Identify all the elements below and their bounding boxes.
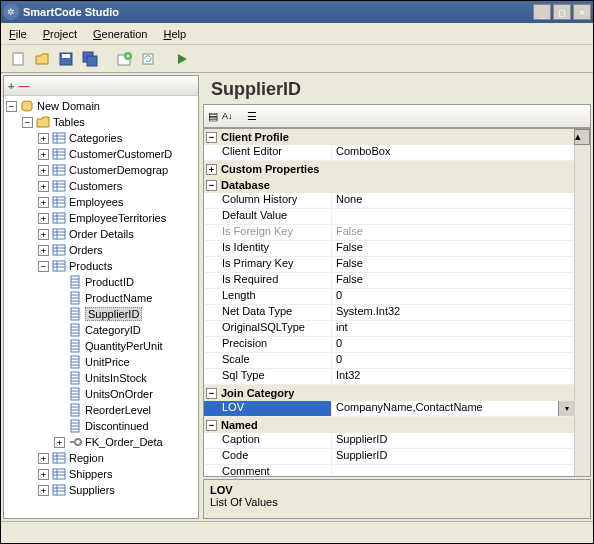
tree-label[interactable]: Discontinued bbox=[85, 420, 149, 432]
scrollbar[interactable]: ▴ bbox=[574, 129, 590, 476]
tree-label[interactable]: ProductName bbox=[85, 292, 152, 304]
tree-label[interactable]: Region bbox=[69, 452, 104, 464]
tree-label[interactable]: SupplierID bbox=[85, 307, 142, 321]
menu-generation[interactable]: Generation bbox=[93, 28, 147, 40]
category-database[interactable]: −Database bbox=[204, 177, 574, 193]
prop-default-value[interactable]: Default Value bbox=[204, 209, 574, 225]
category-custom-properties[interactable]: +Custom Properties bbox=[204, 161, 574, 177]
expand-icon[interactable]: − bbox=[6, 101, 17, 112]
expand-icon[interactable]: + bbox=[38, 453, 49, 464]
expand-icon[interactable]: + bbox=[38, 149, 49, 160]
sort-az-icon[interactable]: A↓ bbox=[222, 111, 233, 121]
tree-view[interactable]: −New Domain−Tables+Categories+CustomerCu… bbox=[4, 96, 198, 518]
remove-node-icon[interactable]: — bbox=[18, 80, 29, 92]
menu-help[interactable]: Help bbox=[163, 28, 186, 40]
tree-col-unitprice[interactable]: UnitPrice bbox=[6, 354, 196, 370]
props-page-icon[interactable]: ☰ bbox=[247, 110, 257, 123]
add-button[interactable] bbox=[113, 48, 135, 70]
prop-scale[interactable]: Scale0 bbox=[204, 353, 574, 369]
property-grid[interactable]: −Client Profile Client EditorComboBox +C… bbox=[203, 128, 591, 477]
prop-comment[interactable]: Comment bbox=[204, 465, 574, 477]
tree-root[interactable]: −New Domain bbox=[6, 98, 196, 114]
tree-table-employees[interactable]: +Employees bbox=[6, 194, 196, 210]
tree-label[interactable]: Products bbox=[69, 260, 112, 272]
tree-col-categoryid[interactable]: CategoryID bbox=[6, 322, 196, 338]
prop-sql-type[interactable]: Sql TypeInt32 bbox=[204, 369, 574, 385]
tree-col-reorderlevel[interactable]: ReorderLevel bbox=[6, 402, 196, 418]
tree-table-order details[interactable]: +Order Details bbox=[6, 226, 196, 242]
prop-is-identity[interactable]: Is IdentityFalse bbox=[204, 241, 574, 257]
prop-column-history[interactable]: Column HistoryNone bbox=[204, 193, 574, 209]
tree-label[interactable]: Employees bbox=[69, 196, 123, 208]
close-button[interactable]: × bbox=[573, 4, 591, 20]
tree-table-suppliers[interactable]: +Suppliers bbox=[6, 482, 196, 498]
expand-icon[interactable]: + bbox=[38, 181, 49, 192]
tree-label[interactable]: QuantityPerUnit bbox=[85, 340, 163, 352]
save-button[interactable] bbox=[55, 48, 77, 70]
tree-label[interactable]: EmployeeTerritories bbox=[69, 212, 166, 224]
tree-label[interactable]: Customers bbox=[69, 180, 122, 192]
prop-client-editor[interactable]: Client EditorComboBox bbox=[204, 145, 574, 161]
tree-label[interactable]: New Domain bbox=[37, 100, 100, 112]
expand-icon[interactable]: + bbox=[38, 485, 49, 496]
expand-icon[interactable]: + bbox=[38, 229, 49, 240]
prop-original-sql-type[interactable]: OriginalSQLTypeint bbox=[204, 321, 574, 337]
expand-icon[interactable]: − bbox=[38, 261, 49, 272]
maximize-button[interactable]: □ bbox=[553, 4, 571, 20]
tree-table-shippers[interactable]: +Shippers bbox=[6, 466, 196, 482]
open-button[interactable] bbox=[31, 48, 53, 70]
tree-table-employeeterritories[interactable]: +EmployeeTerritories bbox=[6, 210, 196, 226]
tree-label[interactable]: CategoryID bbox=[85, 324, 141, 336]
tree-label[interactable]: Shippers bbox=[69, 468, 112, 480]
prop-length[interactable]: Length0 bbox=[204, 289, 574, 305]
tree-label[interactable]: UnitsInStock bbox=[85, 372, 147, 384]
tree-col-quantityperunit[interactable]: QuantityPerUnit bbox=[6, 338, 196, 354]
prop-net-data-type[interactable]: Net Data TypeSystem.Int32 bbox=[204, 305, 574, 321]
tree-label[interactable]: FK_Order_Deta bbox=[85, 436, 163, 448]
minimize-button[interactable]: _ bbox=[533, 4, 551, 20]
tree-col-unitsonorder[interactable]: UnitsOnOrder bbox=[6, 386, 196, 402]
tree-col-productid[interactable]: ProductID bbox=[6, 274, 196, 290]
prop-is-primary-key[interactable]: Is Primary KeyFalse bbox=[204, 257, 574, 273]
tree-table-customers[interactable]: +Customers bbox=[6, 178, 196, 194]
tree-label[interactable]: CustomerCustomerD bbox=[69, 148, 172, 160]
prop-caption[interactable]: CaptionSupplierID bbox=[204, 433, 574, 449]
prop-code[interactable]: CodeSupplierID bbox=[204, 449, 574, 465]
prop-is-required[interactable]: Is RequiredFalse bbox=[204, 273, 574, 289]
tree-label[interactable]: Order Details bbox=[69, 228, 134, 240]
tree-label[interactable]: Suppliers bbox=[69, 484, 115, 496]
scroll-up-icon[interactable]: ▴ bbox=[574, 129, 590, 145]
tree-label[interactable]: CustomerDemograp bbox=[69, 164, 168, 176]
categorized-icon[interactable]: ▤ bbox=[208, 110, 218, 123]
tree-col-supplierid[interactable]: SupplierID bbox=[6, 306, 196, 322]
tree-table-products[interactable]: −Products bbox=[6, 258, 196, 274]
expand-icon[interactable]: + bbox=[38, 197, 49, 208]
tree-label[interactable]: Tables bbox=[53, 116, 85, 128]
menu-project[interactable]: Project bbox=[43, 28, 77, 40]
saveall-button[interactable] bbox=[79, 48, 101, 70]
tree-table-customerdemograp[interactable]: +CustomerDemograp bbox=[6, 162, 196, 178]
expand-icon[interactable]: + bbox=[38, 213, 49, 224]
expand-icon[interactable]: + bbox=[38, 133, 49, 144]
refresh-button[interactable] bbox=[137, 48, 159, 70]
expand-icon[interactable]: + bbox=[38, 245, 49, 256]
tree-label[interactable]: UnitPrice bbox=[85, 356, 130, 368]
menu-file[interactable]: File bbox=[9, 28, 27, 40]
expand-icon[interactable]: + bbox=[38, 469, 49, 480]
tree-col-discontinued[interactable]: Discontinued bbox=[6, 418, 196, 434]
tree-col-productname[interactable]: ProductName bbox=[6, 290, 196, 306]
prop-precision[interactable]: Precision0 bbox=[204, 337, 574, 353]
tree-tables[interactable]: −Tables bbox=[6, 114, 196, 130]
tree-label[interactable]: ReorderLevel bbox=[85, 404, 151, 416]
tree-col-unitsinstock[interactable]: UnitsInStock bbox=[6, 370, 196, 386]
add-node-icon[interactable]: + bbox=[8, 80, 14, 92]
category-client-profile[interactable]: −Client Profile bbox=[204, 129, 574, 145]
expand-icon[interactable]: − bbox=[22, 117, 33, 128]
tree-col-fk_order_deta[interactable]: +FK_Order_Deta bbox=[6, 434, 196, 450]
expand-icon[interactable]: + bbox=[54, 437, 65, 448]
tree-label[interactable]: ProductID bbox=[85, 276, 134, 288]
tree-table-categories[interactable]: +Categories bbox=[6, 130, 196, 146]
run-button[interactable] bbox=[171, 48, 193, 70]
tree-table-customercustomerd[interactable]: +CustomerCustomerD bbox=[6, 146, 196, 162]
category-join[interactable]: −Join Category bbox=[204, 385, 574, 401]
